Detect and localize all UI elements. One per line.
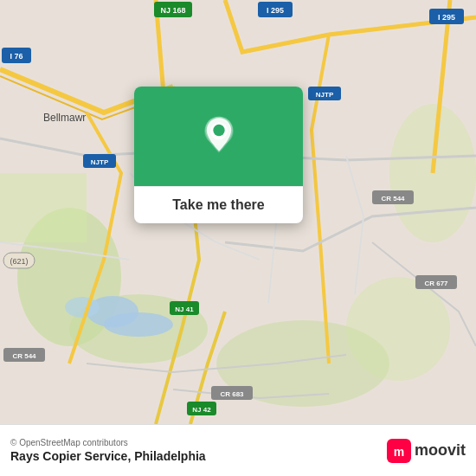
map-container[interactable]: I 76 NJ 168 I 295 I 295 NJTP NJTP CR 544…: [0, 0, 476, 424]
svg-point-9: [65, 297, 100, 318]
moovit-logo: m moovit: [387, 439, 466, 463]
moovit-text: moovit: [415, 441, 466, 460]
svg-text:I 295: I 295: [267, 6, 284, 15]
location-pin-icon: [197, 115, 241, 158]
svg-text:NJTP: NJTP: [91, 158, 109, 166]
svg-text:Bellmawr: Bellmawr: [43, 112, 86, 124]
popup-header: [134, 87, 303, 186]
svg-text:CR 544: CR 544: [12, 352, 36, 360]
svg-text:NJ 168: NJ 168: [160, 6, 185, 15]
svg-text:I 295: I 295: [438, 13, 455, 22]
popup-card[interactable]: Take me there: [134, 87, 303, 223]
svg-text:CR 677: CR 677: [424, 280, 448, 287]
bottom-left-info: © OpenStreetMap contributors Rays Copier…: [10, 438, 206, 463]
svg-text:NJTP: NJTP: [316, 91, 334, 99]
svg-text:NJ 41: NJ 41: [175, 306, 194, 313]
osm-credit: © OpenStreetMap contributors: [10, 438, 206, 447]
svg-text:CR 683: CR 683: [220, 390, 244, 398]
svg-point-8: [104, 312, 173, 337]
svg-text:(621): (621): [10, 257, 28, 266]
place-name: Rays Copier Service, Philadelphia: [10, 449, 206, 463]
svg-text:I 76: I 76: [10, 52, 23, 61]
svg-text:NJ 42: NJ 42: [192, 406, 211, 414]
svg-point-39: [213, 124, 224, 135]
svg-rect-3: [0, 173, 87, 242]
svg-text:m: m: [394, 445, 404, 459]
moovit-icon: m: [387, 439, 411, 463]
svg-text:CR 544: CR 544: [381, 195, 405, 203]
bottom-bar: © OpenStreetMap contributors Rays Copier…: [0, 424, 476, 476]
take-me-there-label: Take me there: [172, 197, 264, 212]
popup-button-area[interactable]: Take me there: [134, 186, 303, 223]
